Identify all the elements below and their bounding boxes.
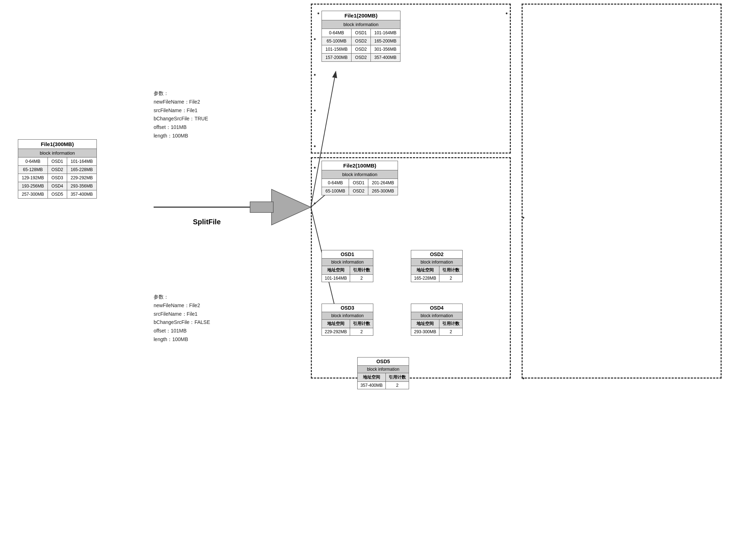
osd4-header-addr: 地址空间 (411, 320, 439, 328)
file2-result-table: File2(100MB) block information 0-64MB OS… (322, 161, 398, 195)
table-row: OSD2 (349, 187, 368, 195)
bullet-dot: • (314, 36, 316, 43)
table-row: OSD2 (352, 54, 371, 62)
table-row: 357-400MB (370, 54, 400, 62)
table-row: 101-164MB (370, 29, 400, 37)
osd1-table: OSD1 block information 地址空间 引用计数 101-164… (322, 250, 373, 282)
table-row: 2 (386, 382, 409, 389)
table-row: 301-356MB (370, 45, 400, 54)
table-row: OSD2 (352, 37, 371, 45)
bullet-dot: • (314, 143, 316, 150)
table-row: OSD1 (349, 179, 368, 187)
bullet-dot: • (314, 164, 316, 172)
osd4-block-info: block information (411, 312, 463, 320)
file2-result-block-info: block information (322, 170, 398, 179)
table-row: 101-156MB (322, 45, 352, 54)
table-row: OSD2 (352, 45, 371, 54)
osd1-header-ref: 引用计数 (350, 266, 373, 275)
bullet-dot: • (522, 375, 524, 382)
bullet-dot: • (522, 214, 524, 222)
osd1-block-info: block information (322, 259, 373, 266)
bullet-dot: • (314, 71, 316, 79)
table-row: 265-300MB (368, 187, 398, 195)
osd3-header-addr: 地址空间 (322, 320, 350, 328)
osd3-header-ref: 引用计数 (350, 320, 373, 328)
osd3-title: OSD3 (322, 304, 373, 312)
osd4-title: OSD4 (411, 304, 463, 312)
table-row: OSD1 (352, 29, 371, 37)
table-row: 157-200MB (322, 54, 352, 62)
table-row: 2 (439, 328, 463, 336)
file2-result-title: File2(100MB) (322, 161, 398, 170)
table-row: 0-64MB (322, 29, 352, 37)
table-row: 2 (350, 275, 373, 282)
table-row: 201-264MB (368, 179, 398, 187)
osd4-header-ref: 引用计数 (439, 320, 463, 328)
table-row: 2 (439, 275, 463, 282)
table-row: 229-292MB (322, 328, 350, 336)
table-row: 0-64MB (322, 179, 349, 187)
osd1-header-addr: 地址空间 (322, 266, 350, 275)
osd5-header-ref: 引用计数 (386, 373, 409, 382)
osd2-title: OSD2 (411, 250, 463, 259)
file1-result-title: File1(200MB) (322, 11, 400, 20)
svg-marker-2 (272, 189, 311, 225)
table-row: 165-200MB (370, 37, 400, 45)
table-row: 2 (350, 328, 373, 336)
osd1-title: OSD1 (322, 250, 373, 259)
bullet-dot: • (506, 10, 508, 18)
file1-result-block-info: block information (322, 20, 400, 29)
table-row: 293-300MB (411, 328, 439, 336)
osd4-table: OSD4 block information 地址空间 引用计数 293-300… (411, 304, 463, 336)
bullet-dot: • (314, 107, 316, 115)
osd3-table: OSD3 block information 地址空间 引用计数 229-292… (322, 304, 373, 336)
file1-result-table: File1(200MB) block information 0-64MB OS… (322, 11, 400, 62)
osd5-title: OSD5 (358, 358, 409, 366)
osd5-table: OSD5 block information 地址空间 引用计数 357-400… (357, 357, 409, 389)
table-row: 357-400MB (358, 382, 386, 389)
table-row: 165-228MB (411, 275, 439, 282)
table-row: 65-100MB (322, 37, 352, 45)
table-row: 101-164MB (322, 275, 350, 282)
osd2-table: OSD2 block information 地址空间 引用计数 165-228… (411, 250, 463, 282)
osd5-header-addr: 地址空间 (358, 373, 386, 382)
bullet-dot: • (317, 10, 319, 18)
osd2-block-info: block information (411, 259, 463, 266)
osd2-header-addr: 地址空间 (411, 266, 439, 275)
bullet-dot: • (314, 200, 316, 208)
osd3-block-info: block information (322, 312, 373, 320)
osd5-block-info: block information (358, 366, 409, 373)
dashed-box-right (522, 4, 722, 379)
table-row: 65-100MB (322, 187, 349, 195)
osd2-header-ref: 引用计数 (439, 266, 463, 275)
svg-rect-3 (250, 202, 273, 212)
diagram-container: File1(300MB) block information 0-64MB OS… (0, 0, 737, 560)
